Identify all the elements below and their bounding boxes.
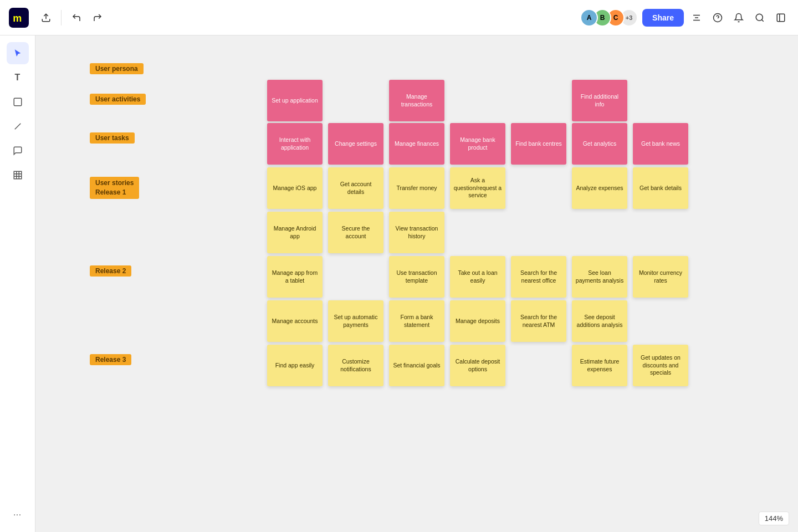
panel-icon[interactable]: [773, 9, 789, 26]
sticky-take-out-loan[interactable]: Take out a loan easily: [450, 256, 505, 298]
sticky-set-up-application[interactable]: Set up application: [267, 80, 323, 121]
zoom-indicator: 144%: [759, 511, 789, 525]
sticky-manage-transactions[interactable]: Manage transactions: [389, 80, 444, 121]
label-release3: Release 3: [90, 354, 131, 365]
sticky-calculate-deposit-options[interactable]: Calculate deposit options: [450, 345, 505, 386]
settings-icon[interactable]: [688, 9, 705, 26]
sticky-get-bank-news[interactable]: Get bank news: [633, 123, 688, 165]
sticky-ask-question[interactable]: Ask a question/request a service: [450, 167, 505, 209]
sticky-get-account-details[interactable]: Get account details: [328, 167, 383, 209]
label-user-tasks: User tasks: [90, 132, 135, 144]
sticky-manage-finances[interactable]: Manage finances: [389, 123, 444, 165]
sticky-manage-app-tablet[interactable]: Manage app from a tablet: [267, 256, 323, 298]
label-user-stories-r1: User storiesRelease 1: [90, 177, 139, 199]
share-button[interactable]: Share: [642, 9, 684, 27]
header-right: A B C +3 Share: [580, 9, 789, 27]
svg-line-13: [14, 124, 21, 130]
svg-text:m: m: [13, 13, 22, 24]
sticky-secure-account[interactable]: Secure the account: [328, 212, 383, 253]
sticky-get-bank-details[interactable]: Get bank details: [633, 167, 688, 209]
canvas-inner: User persona User activities User tasks …: [84, 47, 749, 518]
sticky-use-transaction-template[interactable]: Use transaction template: [389, 256, 444, 298]
sidebar-select-tool[interactable]: [7, 42, 29, 64]
sticky-manage-bank-product[interactable]: Manage bank product: [450, 123, 505, 165]
notifications-icon[interactable]: [730, 9, 747, 26]
sticky-change-settings[interactable]: Change settings: [328, 123, 383, 165]
sticky-estimate-future-expenses[interactable]: Estimate future expenses: [572, 345, 627, 386]
sticky-transfer-money[interactable]: Transfer money: [389, 167, 444, 209]
help-icon[interactable]: [709, 9, 726, 26]
sticky-manage-android-app[interactable]: Manage Android app: [267, 212, 323, 253]
sidebar-more-tool[interactable]: ···: [7, 503, 29, 525]
sticky-form-bank-statement[interactable]: Form a bank statement: [389, 300, 444, 342]
sticky-get-updates-discounts[interactable]: Get updates on discounts and specials: [633, 345, 688, 386]
sticky-analyze-expenses[interactable]: Analyze expenses: [572, 167, 627, 209]
svg-rect-10: [777, 14, 785, 22]
undo-button[interactable]: [68, 9, 85, 26]
header: m A B C +3 Share: [0, 0, 798, 35]
sticky-view-transaction-history[interactable]: View transaction history: [389, 212, 444, 253]
sidebar: T ···: [0, 35, 35, 532]
sidebar-bottom: ···: [7, 503, 29, 525]
sticky-see-deposit-additions[interactable]: See deposit additions analysis: [572, 300, 627, 342]
sticky-interact-with-application[interactable]: Interact with application: [267, 123, 323, 165]
sticky-set-financial-goals[interactable]: Set financial goals: [389, 345, 444, 386]
svg-rect-14: [14, 171, 22, 179]
sticky-get-analytics[interactable]: Get analytics: [572, 123, 627, 165]
sidebar-note-tool[interactable]: [7, 91, 29, 113]
sidebar-line-tool[interactable]: [7, 115, 29, 137]
sticky-find-additional-info[interactable]: Find additional info: [572, 80, 627, 121]
header-divider-1: [61, 10, 62, 25]
avatar-group: A B C +3: [580, 9, 638, 27]
sticky-manage-accounts[interactable]: Manage accounts: [267, 300, 323, 342]
sticky-find-bank-centres[interactable]: Find bank centres: [511, 123, 566, 165]
avatar-1: A: [580, 9, 598, 27]
sticky-find-app-easily[interactable]: Find app easily: [267, 345, 323, 386]
sticky-customize-notifications[interactable]: Customize notifications: [328, 345, 383, 386]
sticky-search-nearest-office[interactable]: Search for the nearest office: [511, 256, 566, 298]
label-release2: Release 2: [90, 265, 131, 277]
sticky-set-up-automatic-payments[interactable]: Set up automatic payments: [328, 300, 383, 342]
redo-button[interactable]: [89, 9, 106, 26]
label-user-activities: User activities: [90, 94, 146, 105]
sidebar-comment-tool[interactable]: [7, 140, 29, 162]
sticky-manage-ios-app[interactable]: Manage iOS app: [267, 167, 323, 209]
svg-point-8: [756, 14, 763, 21]
sticky-search-nearest-atm[interactable]: Search for the nearest ATM: [511, 300, 566, 342]
sticky-manage-deposits[interactable]: Manage deposits: [450, 300, 505, 342]
svg-line-9: [761, 19, 763, 21]
sidebar-frame-tool[interactable]: [7, 164, 29, 186]
sticky-monitor-currency-rates[interactable]: Monitor currency rates: [633, 256, 688, 298]
sidebar-text-tool[interactable]: T: [7, 66, 29, 89]
sticky-see-loan-payments[interactable]: See loan payments analysis: [572, 256, 627, 298]
label-user-persona: User persona: [90, 63, 144, 74]
canvas[interactable]: User persona User activities User tasks …: [35, 35, 798, 532]
svg-rect-12: [14, 98, 22, 106]
upload-button[interactable]: [38, 9, 54, 26]
search-icon[interactable]: [751, 9, 768, 26]
app-logo: m: [9, 8, 29, 28]
